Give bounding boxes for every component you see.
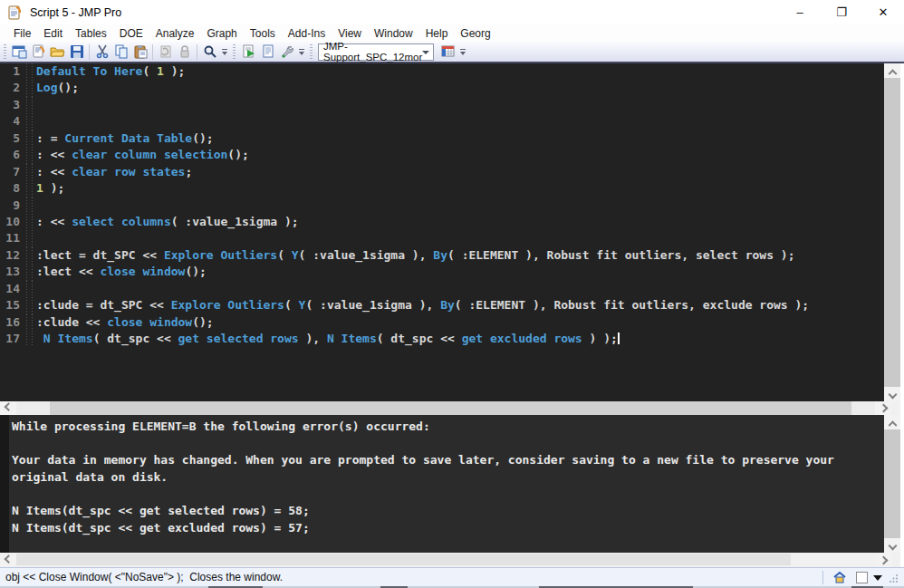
code-text: :clude << close window();: [36, 314, 214, 331]
script-editor[interactable]: 1Default To Here( 1 );2Log();345: = Curr…: [0, 63, 884, 401]
editor-vertical-scrollbar[interactable]: [884, 63, 900, 401]
home-icon[interactable]: [832, 571, 847, 584]
fold-margin: [24, 297, 36, 313]
toolbar-overflow-button[interactable]: [457, 43, 467, 61]
menu-item-addins[interactable]: Add-Ins: [282, 25, 332, 42]
code-line[interactable]: 5: = Current Data Table();: [0, 130, 884, 147]
open-icon[interactable]: [48, 43, 67, 61]
resize-grip[interactable]: [890, 574, 899, 583]
lock-disabled-icon: [175, 43, 194, 61]
fold-margin: [24, 214, 36, 230]
scroll-right-button[interactable]: [875, 553, 891, 567]
menu-item-tables[interactable]: Tables: [69, 25, 113, 42]
script-group-combobox[interactable]: JMP-Support_SPC_12mor: [318, 43, 434, 61]
fold-margin: [24, 63, 36, 80]
line-number: 5: [0, 130, 24, 147]
run-script-icon[interactable]: [239, 43, 258, 61]
scroll-down-button[interactable]: [884, 387, 900, 401]
chevron-left-icon: [4, 402, 13, 411]
scroll-up-button[interactable]: [884, 415, 900, 429]
scroll-right-button[interactable]: [875, 401, 891, 415]
menu-item-analyze[interactable]: Analyze: [149, 25, 201, 42]
fold-margin: [24, 164, 36, 180]
paste-special-disabled-icon: [156, 43, 175, 61]
log-line: N Items(dt_spc << get excluded rows) = 5…: [12, 520, 834, 537]
code-line[interactable]: 10: << select columns( :value_1sigma );: [0, 214, 884, 230]
log-line: [12, 436, 834, 453]
menu-item-tools[interactable]: Tools: [244, 25, 282, 42]
toolbar-separator: [152, 44, 153, 60]
window-controls: –❐✕: [779, 0, 904, 24]
cut-icon[interactable]: [92, 43, 111, 61]
code-text: N Items( dt_spc << get selected rows ), …: [36, 331, 620, 347]
paste-icon[interactable]: [130, 43, 149, 61]
editor-horizontal-scrollbar[interactable]: [0, 401, 904, 415]
toolbar-overflow-button[interactable]: [219, 43, 229, 61]
toolbar-grip[interactable]: [310, 44, 313, 59]
code-line[interactable]: 14: [0, 281, 884, 297]
scroll-left-button[interactable]: [0, 401, 16, 415]
status-checkbox[interactable]: [856, 572, 868, 583]
log-panel[interactable]: While processing ELEMENT=B the following…: [0, 415, 884, 553]
code-line[interactable]: 2Log();: [0, 80, 884, 96]
data-table-icon[interactable]: [438, 43, 457, 61]
code-line[interactable]: 15:clude = dt_SPC << Explore Outliers( Y…: [0, 297, 884, 313]
code-lines: 1Default To Here( 1 );2Log();345: = Curr…: [0, 63, 884, 347]
menu-item-window[interactable]: Window: [368, 25, 419, 42]
code-line[interactable]: 11: [0, 230, 884, 246]
menu-item-help[interactable]: Help: [419, 25, 455, 42]
code-text: : = Current Data Table();: [36, 130, 214, 147]
save-icon[interactable]: [67, 43, 86, 61]
status-help-text: obj << Close Window( <"NoSave"> ); Close…: [5, 571, 283, 583]
code-line[interactable]: 4: [0, 113, 884, 130]
code-line[interactable]: 12:lect = dt_SPC << Explore Outliers( Y(…: [0, 247, 884, 264]
code-text: :clude = dt_SPC << Explore Outliers( Y( …: [36, 297, 809, 313]
code-line[interactable]: 6: << clear column selection();: [0, 147, 884, 163]
scroll-up-button[interactable]: [884, 63, 900, 78]
chevron-down-icon: [888, 541, 897, 550]
toolbar-grip[interactable]: [233, 44, 236, 59]
menu-item-edit[interactable]: Edit: [37, 25, 69, 42]
fold-margin: [24, 130, 36, 147]
menu-item-graph[interactable]: Graph: [200, 25, 243, 42]
scroll-down-button[interactable]: [884, 538, 900, 553]
fold-margin: [24, 97, 36, 113]
new-script-icon[interactable]: [29, 43, 48, 61]
tools-icon[interactable]: [277, 43, 296, 61]
copy-icon[interactable]: [111, 43, 130, 61]
minimize-button[interactable]: –: [779, 0, 821, 24]
scrollbar-thumb[interactable]: [16, 554, 791, 565]
code-line[interactable]: 1Default To Here( 1 );: [0, 63, 884, 80]
code-line[interactable]: 16:clude << close window();: [0, 314, 884, 331]
toolbar-separator: [197, 44, 197, 60]
new-data-table-icon[interactable]: [258, 43, 277, 61]
toolbar-grip[interactable]: [4, 44, 6, 59]
menu-item-file[interactable]: File: [7, 25, 37, 42]
window-title: Script 5 - JMP Pro: [30, 6, 121, 19]
maximize-button[interactable]: ❐: [821, 0, 862, 24]
menu-item-georg[interactable]: Georg: [454, 25, 496, 42]
code-line[interactable]: 17 N Items( dt_spc << get selected rows …: [0, 331, 884, 347]
scroll-left-button[interactable]: [0, 553, 16, 567]
code-line[interactable]: 81 );: [0, 180, 884, 197]
scrollbar-thumb[interactable]: [50, 401, 851, 415]
new-window-icon[interactable]: [10, 43, 29, 61]
code-line[interactable]: 9: [0, 198, 884, 214]
menu-item-doe[interactable]: DOE: [113, 25, 149, 42]
close-button[interactable]: ✕: [862, 0, 904, 24]
search-icon[interactable]: [200, 43, 219, 61]
status-dropdown-icon[interactable]: [873, 575, 882, 581]
code-text: : << clear row states;: [36, 164, 192, 180]
code-line[interactable]: 3: [0, 97, 884, 113]
fold-margin: [24, 247, 36, 264]
line-number: 2: [0, 80, 24, 96]
toolbar-overflow-button[interactable]: [296, 43, 306, 61]
log-vertical-scrollbar[interactable]: [884, 415, 900, 553]
chevron-down-icon: [422, 51, 429, 54]
chevron-up-icon: [888, 69, 897, 78]
code-line[interactable]: 7: << clear row states;: [0, 164, 884, 180]
log-horizontal-scrollbar[interactable]: [0, 553, 904, 567]
code-line[interactable]: 13:lect << close window();: [0, 264, 884, 280]
menu-item-view[interactable]: View: [332, 25, 368, 42]
line-number: 1: [0, 63, 24, 80]
